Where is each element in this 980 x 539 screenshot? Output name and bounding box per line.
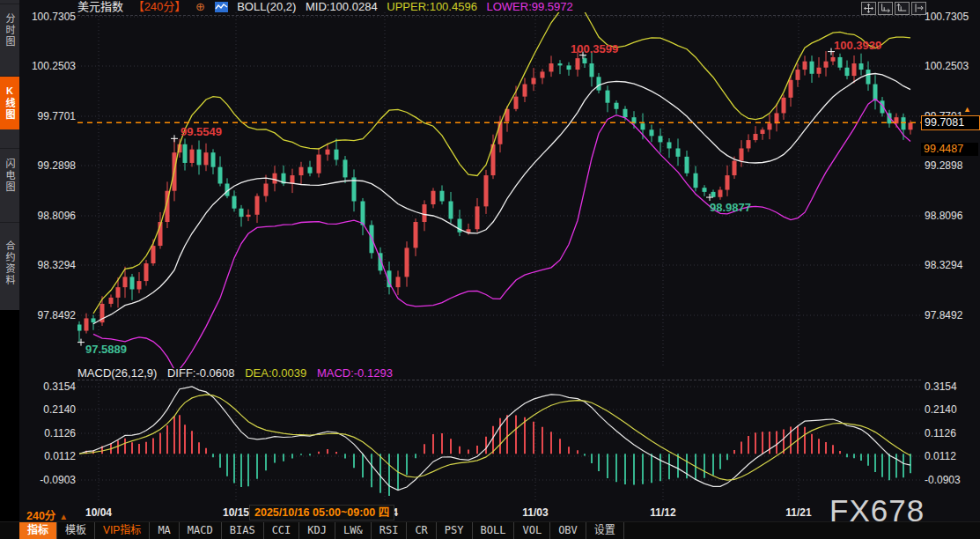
main-y-label-right-6: 97.8492	[925, 310, 962, 321]
interval-text: 240分	[26, 510, 55, 522]
main-y-label-left-2: 99.7701	[21, 111, 76, 122]
interval-arrow-icon: ▲	[59, 512, 68, 521]
price-annotation-98.9877: 98.9877	[710, 201, 751, 214]
main-chart-canvas[interactable]	[77, 12, 921, 368]
toolbar-tab-item2[interactable]: VIP指标	[95, 522, 150, 539]
toolbar-tab-obv[interactable]: OBV	[550, 522, 586, 539]
bar-time-tooltip: 2025/10/16 05:00~09:00 四	[249, 505, 394, 521]
macd-y-label-right-3: 0.0112	[925, 451, 956, 462]
macd-y-label-left-2: 0.1126	[21, 428, 76, 439]
main-y-label-right-5: 98.3294	[925, 260, 962, 271]
main-y-label-left-6: 97.8492	[21, 310, 76, 321]
kline-app: 分时图K线图闪电图合约资料 美元指数 【240分】 ⊕ BOLL(20,2) M…	[0, 0, 980, 539]
current-price-tag: 99.7081	[921, 115, 980, 130]
macd-dea-value: DEA:0.0039	[245, 366, 306, 380]
toolbar-tab-kdj[interactable]: KDJ	[299, 522, 335, 539]
chart-type-sidebar: 分时图K线图闪电图合约资料	[0, 0, 19, 539]
macd-y-label-left-3: 0.0112	[21, 451, 76, 462]
toolbar-tab-macd[interactable]: MACD	[180, 522, 222, 539]
sidebar-item-2[interactable]: K线图	[0, 76, 19, 129]
toolbar-tab-vol[interactable]: VOL	[514, 522, 550, 539]
toolbar-tab-item1[interactable]: 模板	[57, 522, 95, 539]
add-compare-icon[interactable]: ⊕	[195, 0, 205, 13]
price-annotation-99.5549: 99.5549	[181, 125, 222, 138]
toolbar-tab-psy[interactable]: PSY	[437, 522, 473, 539]
main-y-label-left-3: 99.2898	[21, 160, 76, 172]
toolbar-tab-cr[interactable]: CR	[407, 522, 436, 539]
macd-y-label-left-1: 0.2140	[21, 404, 76, 416]
interval-tag[interactable]: 【240分】	[133, 0, 187, 13]
jump-to-latest-icon[interactable]: ▲	[963, 105, 971, 114]
instrument-title: 美元指数	[77, 0, 123, 13]
price-annotation-100.3939: 100.3939	[834, 39, 881, 52]
sidebar-item-1[interactable]: 分时图	[0, 4, 19, 55]
date-label-11-12: 11/12	[650, 506, 675, 519]
toolbar-tab-bias[interactable]: BIAS	[222, 522, 264, 539]
toolbar-tab-cci[interactable]: CCI	[264, 522, 300, 539]
boll-lower-value: LOWER:99.5972	[487, 0, 573, 13]
main-y-label-right-0: 100.7305	[925, 11, 969, 23]
toolbar-tab-lw[interactable]: LW&	[335, 522, 372, 539]
price-annotation-100.3599: 100.3599	[571, 42, 618, 55]
boll-mid-value: MID:100.0284	[306, 0, 378, 13]
macd-y-label-left-4: -0.0903	[21, 475, 76, 486]
date-label-11-03: 11/03	[522, 506, 548, 519]
main-y-label-left-4: 98.8096	[21, 210, 76, 222]
macd-chart-canvas[interactable]	[77, 380, 921, 500]
main-y-label-right-1: 100.2503	[925, 61, 969, 72]
macd-header: MACD(26,12,9) DIFF:-0.0608 DEA:0.0039 MA…	[77, 367, 921, 380]
macd-label[interactable]: MACD(26,12,9)	[77, 366, 157, 380]
main-y-label-left-1: 100.2503	[21, 61, 76, 72]
macd-y-label-right-0: 0.3154	[925, 381, 957, 393]
macd-y-label-right-1: 0.2140	[925, 404, 957, 416]
macd-y-label-left-0: 0.3154	[21, 381, 76, 393]
boll-upper-value: UPPER:100.4596	[387, 0, 477, 13]
main-y-label-left-0: 100.7305	[21, 11, 76, 23]
toolbar-tab-item15[interactable]: 设置	[586, 522, 624, 539]
date-label-10-15: 10/15	[223, 506, 249, 519]
price-annotation-97.5889: 97.5889	[85, 343, 127, 356]
sidebar-item-4[interactable]: 合约资料	[0, 222, 19, 304]
toolbar-tab-item0[interactable]: 指标	[19, 522, 57, 539]
indicator-toolbar: 指标模板VIP指标MAMACDBIASCCIKDJLW&RSICRPSYBOLL…	[0, 521, 980, 539]
boll-label[interactable]: BOLL(20,2)	[237, 0, 296, 13]
sidebar-item-3[interactable]: 闪电图	[0, 148, 19, 202]
toolbar-tab-boll[interactable]: BOLL	[473, 522, 515, 539]
main-y-label-left-5: 98.3294	[21, 260, 76, 271]
macd-macd-value: MACD:-0.1293	[317, 366, 393, 380]
toolbar-tab-ma[interactable]: MA	[150, 522, 179, 539]
macd-y-label-right-4: -0.0903	[925, 475, 961, 486]
date-label-10-04: 10/04	[85, 506, 112, 519]
main-y-label-right-4: 98.8096	[925, 210, 962, 222]
date-label-11-21: 11/21	[785, 506, 811, 519]
reference-price-tag: 99.4487	[921, 143, 978, 156]
toolbar-tab-rsi[interactable]: RSI	[372, 522, 408, 539]
main-y-label-right-3: 99.2898	[925, 160, 962, 172]
macd-y-label-right-2: 0.1126	[925, 428, 956, 439]
macd-diff-value: DIFF:-0.0608	[167, 366, 235, 380]
